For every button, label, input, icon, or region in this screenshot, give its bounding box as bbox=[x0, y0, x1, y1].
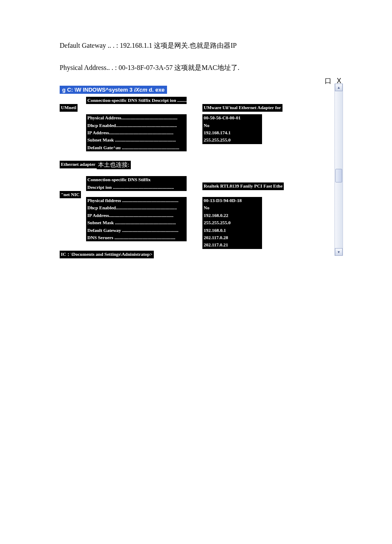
value: 255.255.255.0 bbox=[202, 219, 262, 226]
adapter1-labels: Physical Address........................… bbox=[86, 114, 187, 151]
adapter2-values: 00-13-D3-94-0D-18 No 192.168.0.22 255.25… bbox=[202, 197, 262, 249]
scrollbar[interactable]: ▲ ▼ bbox=[334, 84, 343, 256]
value: 255.255.255.0 bbox=[202, 136, 262, 144]
adapter2-desc: Realtek RTL8139 Fanily PCI Fast Ethe bbox=[202, 182, 284, 190]
label: Connection-specific DNS Stiffix bbox=[86, 176, 187, 183]
adapter2-labels: Physical fiddress ......................… bbox=[86, 197, 187, 241]
value: 192.168.0.22 bbox=[202, 212, 262, 219]
label: Default Gateway ........................… bbox=[86, 227, 187, 234]
adapter1-label-row1: Connection-specific DNS Stiffix Descript… bbox=[86, 97, 187, 104]
value: 202.117.0.21 bbox=[202, 241, 262, 249]
adapter1-side-label: UMnetl bbox=[60, 104, 78, 111]
value: 192.168.0.1 bbox=[202, 227, 262, 234]
cmd-window: g C: \W INDOWS^system 3 iXcm d. exe Conn… bbox=[60, 86, 332, 259]
label: DNS Seruers ............................… bbox=[86, 234, 187, 241]
window-title: g C: \W INDOWS^system 3 iXcm d. exe bbox=[60, 86, 167, 94]
adapter2-label-top: Connection-specific DNS Stiffix Descript… bbox=[86, 176, 187, 191]
label: Dhcp Enabled............................… bbox=[86, 122, 187, 129]
adapter1-desc: UMware Uii'tual Ethernet Adapter for bbox=[202, 104, 282, 111]
label: IP Address..............................… bbox=[86, 129, 187, 136]
label: Default Gate^au ........................… bbox=[86, 144, 187, 151]
label: Descript ion ...........................… bbox=[86, 184, 187, 191]
scroll-down-button[interactable]: ▼ bbox=[335, 248, 343, 256]
label: IP Address..............................… bbox=[86, 212, 187, 219]
ethernet-adapter-cn: 本土也连接: bbox=[97, 161, 131, 169]
label: Physical fiddress ......................… bbox=[86, 197, 187, 204]
cmd-prompt: IC：\Documents and Settings\Adninistratop… bbox=[60, 251, 154, 258]
value: 00-13-D3-94-0D-18 bbox=[202, 197, 262, 204]
value: No bbox=[202, 122, 262, 129]
adapter1-values: 00-50-56-C0-00-01 No 192.168.174.1 255.2… bbox=[202, 114, 262, 144]
label: Physical Address........................… bbox=[86, 114, 187, 122]
intro-line-2: Physical Address.. . : 00-13-8F-07-3A-57… bbox=[60, 63, 332, 72]
label: Subnet Mask ............................… bbox=[86, 219, 187, 226]
intro-line-1: Default Gateway .. . : 192.168.1.1 这项是网关… bbox=[60, 41, 332, 50]
label: Connection-specific DNS Stiffix Descript… bbox=[86, 97, 187, 104]
value: No bbox=[202, 204, 262, 211]
value: 202.117.0.28 bbox=[202, 234, 262, 241]
label: Subnet Mask ............................… bbox=[86, 136, 187, 144]
value: 192.168.174.1 bbox=[202, 129, 262, 136]
scroll-up-button[interactable]: ▲ bbox=[335, 84, 343, 91]
value: 00-50-56-C0-00-01 bbox=[202, 114, 262, 122]
label: Dhcp Enabled............................… bbox=[86, 204, 187, 211]
ethernet-adapter-prefix: Ethernet adapter bbox=[60, 161, 97, 168]
scroll-thumb[interactable] bbox=[335, 169, 342, 182]
